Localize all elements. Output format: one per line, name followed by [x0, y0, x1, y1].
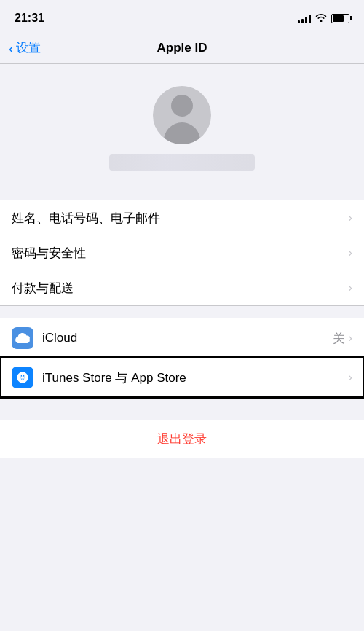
settings-item-icloud[interactable]: iCloud 关 › [0, 318, 364, 358]
icloud-value: 关 [333, 330, 345, 347]
status-icons [298, 12, 349, 24]
profile-name-redacted [109, 154, 255, 171]
avatar-silhouette [153, 86, 211, 144]
settings-item-right: 关 › [333, 330, 352, 347]
back-label: 设置 [16, 39, 41, 56]
settings-item-name-phone-email[interactable]: 姓名、电话号码、电子邮件 › [0, 200, 364, 235]
signout-label: 退出登录 [157, 431, 207, 447]
settings-item-left: 付款与配送 [12, 280, 74, 297]
settings-group-services: iCloud 关 › A iTunes Store 与 App Store › [0, 318, 364, 398]
settings-item-label: iCloud [42, 331, 77, 345]
wifi-icon [315, 12, 327, 24]
signout-section: 退出登录 [0, 420, 364, 458]
chevron-right-icon: › [348, 246, 352, 260]
battery-icon [331, 14, 349, 23]
settings-item-left: 姓名、电话号码、电子邮件 [12, 210, 160, 227]
chevron-right-icon: › [348, 331, 352, 345]
settings-item-right: › [348, 246, 352, 260]
settings-item-right: › [348, 281, 352, 295]
icloud-icon [12, 327, 33, 349]
settings-item-label: 付款与配送 [12, 280, 74, 297]
chevron-right-icon: › [348, 211, 352, 225]
nav-bar: ‹ 设置 Apple ID [0, 32, 364, 64]
avatar-head [171, 95, 193, 117]
settings-item-left: 密码与安全性 [12, 245, 86, 262]
avatar-body [164, 122, 200, 144]
settings-group-basic: 姓名、电话号码、电子邮件 › 密码与安全性 › 付款与配送 › [0, 200, 364, 306]
settings-item-itunes-appstore[interactable]: A iTunes Store 与 App Store › [0, 358, 364, 397]
chevron-right-icon: › [348, 370, 352, 385]
settings-item-left: A iTunes Store 与 App Store [12, 367, 186, 388]
back-chevron-icon: ‹ [9, 41, 14, 55]
signout-button[interactable]: 退出登录 [0, 420, 364, 458]
status-bar: 21:31 [0, 0, 364, 32]
settings-item-right: › [348, 211, 352, 225]
avatar [153, 86, 211, 144]
settings-item-left: iCloud [12, 327, 77, 349]
settings-item-right: › [348, 370, 352, 385]
signal-icon [298, 13, 311, 23]
settings-item-payment-delivery[interactable]: 付款与配送 › [0, 270, 364, 305]
settings-item-label: 姓名、电话号码、电子邮件 [12, 210, 160, 227]
settings-item-label: 密码与安全性 [12, 245, 86, 262]
profile-section [0, 64, 364, 188]
status-time: 21:31 [15, 12, 44, 25]
settings-item-password-security[interactable]: 密码与安全性 › [0, 235, 364, 270]
back-button[interactable]: ‹ 设置 [9, 39, 41, 56]
appstore-icon: A [12, 367, 33, 388]
chevron-right-icon: › [348, 281, 352, 295]
svg-text:A: A [20, 374, 25, 381]
page-title: Apple ID [157, 41, 207, 55]
settings-item-label: iTunes Store 与 App Store [42, 369, 186, 386]
